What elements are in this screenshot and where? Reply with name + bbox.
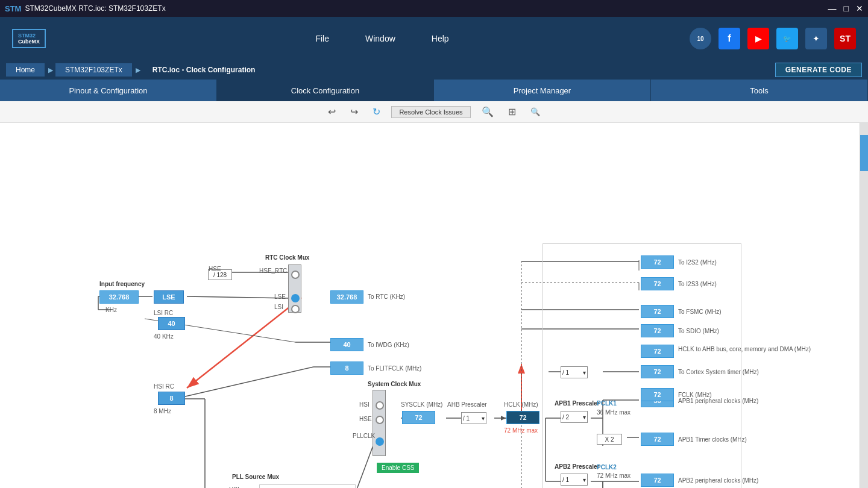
menu-file[interactable]: File	[315, 34, 329, 43]
menu-bar: STM32 CubeMX File Window Help 10 f ▶ 🐦 ✦…	[0, 17, 868, 60]
output-section-border	[542, 243, 741, 488]
facebook-icon: f	[719, 28, 740, 49]
clock-canvas: Input frequency 32.768 KHz LSE LSI RC 40…	[0, 123, 860, 488]
breadcrumb-arrow-1: ▶	[48, 66, 53, 74]
svg-line-2	[187, 298, 301, 388]
lse-mux-label: LSE	[274, 293, 286, 300]
tab-project[interactable]: Project Manager	[434, 80, 651, 101]
pll-section-border	[259, 484, 356, 488]
lse-box[interactable]: LSE	[154, 290, 184, 304]
flitfclk-label: To FLITFCLK (MHz)	[368, 365, 421, 372]
generate-code-button[interactable]: GENERATE CODE	[775, 63, 862, 77]
refresh-button[interactable]: ↻	[369, 105, 384, 119]
hclk-max: 72 MHz max	[504, 427, 538, 434]
sysclk-hsi-radio[interactable]	[376, 401, 384, 410]
maximize-button[interactable]: □	[844, 4, 849, 13]
pllclk-label: PLLCLK	[353, 433, 375, 439]
ahb-prescaler-label: AHB Prescaler	[447, 401, 487, 408]
fit-button[interactable]: ⊞	[505, 105, 520, 119]
app-logo-small: STM	[5, 4, 21, 13]
youtube-icon: ▶	[747, 28, 769, 49]
iwdg-output: 40	[330, 338, 363, 351]
ahb-div-select[interactable]: / 1 ▾	[461, 412, 486, 424]
rtc-clock-mux-label: RTC Clock Mux	[265, 254, 309, 261]
close-button[interactable]: ✕	[856, 4, 863, 13]
breadcrumb-arrow-2: ▶	[136, 66, 140, 74]
tab-tools[interactable]: Tools	[651, 80, 868, 101]
sysclk-label: SYSCLK (MHz)	[401, 401, 442, 408]
svg-line-15	[350, 444, 374, 488]
hse-rtc-label: HSE_RTC	[259, 267, 288, 274]
icon-10: 10	[690, 28, 711, 49]
rtc-mux-radio-lse[interactable]	[291, 294, 300, 302]
breadcrumb-home[interactable]: Home	[6, 63, 45, 77]
main-area: Input frequency 32.768 KHz LSE LSI RC 40…	[0, 123, 868, 488]
hsi-value-box[interactable]: 8	[158, 392, 185, 405]
svg-line-47	[175, 367, 313, 399]
rtc-mux-radio-hse[interactable]	[291, 271, 300, 279]
hsi-rc-label: HSI RC	[154, 383, 174, 390]
rtc-mux-radio-lsi[interactable]	[291, 305, 300, 313]
undo-button[interactable]: ↩	[324, 105, 339, 119]
zoom-in-button[interactable]: 🔍	[478, 105, 497, 119]
network-icon: ✦	[805, 28, 827, 49]
system-clock-mux-label: System Clock Mux	[368, 381, 421, 387]
rtc-output-value[interactable]: 32.768	[330, 290, 363, 304]
sysclk-hsi-label: HSI	[359, 401, 370, 408]
iwdg-label: To IWDG (KHz)	[368, 342, 409, 348]
input-freq-top-value[interactable]: 32.768	[99, 290, 139, 304]
scrollbar-vertical[interactable]	[860, 123, 868, 488]
title-bar: STM STM32CubeMX RTC.ioc: STM32F103ZETx —…	[0, 0, 868, 17]
toolbar: ↩ ↪ ↻ Resolve Clock Issues 🔍 ⊞ 🔍	[0, 101, 868, 123]
twitter-icon: 🐦	[776, 28, 798, 49]
flitfclk-output: 8	[330, 361, 363, 375]
sysclk-pll-radio[interactable]	[376, 437, 384, 446]
minimize-button[interactable]: —	[828, 4, 837, 13]
lsi-value-box[interactable]: 40	[158, 317, 185, 330]
lsi-unit: 40 KHz	[154, 333, 174, 340]
hclk-value[interactable]: 72	[506, 411, 539, 424]
tab-bar: Pinout & Configuration Clock Configurati…	[0, 80, 868, 101]
tab-pinout[interactable]: Pinout & Configuration	[0, 80, 217, 101]
resolve-clock-button[interactable]: Resolve Clock Issues	[391, 106, 470, 118]
enable-css-button[interactable]: Enable CSS	[377, 463, 419, 473]
rtc-label: To RTC (KHz)	[368, 293, 405, 300]
input-freq-top-unit: KHz	[105, 307, 117, 313]
title-bar-text: STM32CubeMX RTC.ioc: STM32F103ZETx	[25, 4, 165, 13]
input-freq-top-label: Input frequency	[99, 281, 145, 287]
hsi-unit: 8 MHz	[154, 408, 171, 414]
hse-label-top: HSE	[209, 266, 221, 272]
sysclk-hse-radio[interactable]	[376, 416, 384, 424]
sysclk-value[interactable]: 72	[402, 411, 435, 424]
hclk-label: HCLK (MHz)	[504, 401, 538, 408]
sysclk-hse-label: HSE	[359, 416, 372, 422]
app-logo: STM32 CubeMX	[12, 29, 51, 48]
scrollbar-thumb[interactable]	[860, 135, 868, 171]
redo-button[interactable]: ↪	[347, 105, 362, 119]
tab-clock[interactable]: Clock Configuration	[217, 80, 434, 101]
breadcrumb-current[interactable]: RTC.ioc - Clock Configuration	[143, 63, 265, 77]
pll-source-mux-label: PLL Source Mux	[232, 474, 279, 480]
breadcrumb-bar: Home ▶ STM32F103ZETx ▶ RTC.ioc - Clock C…	[0, 60, 868, 80]
lsi-rc-label: LSI RC	[154, 310, 173, 316]
zoom-out-button[interactable]: 🔍	[527, 106, 544, 117]
menu-help[interactable]: Help	[432, 34, 449, 43]
breadcrumb-device[interactable]: STM32F103ZETx	[55, 63, 132, 77]
st-logo: ST	[834, 28, 856, 49]
menu-window[interactable]: Window	[365, 34, 395, 43]
lsi-mux-label: LSI	[274, 304, 283, 310]
